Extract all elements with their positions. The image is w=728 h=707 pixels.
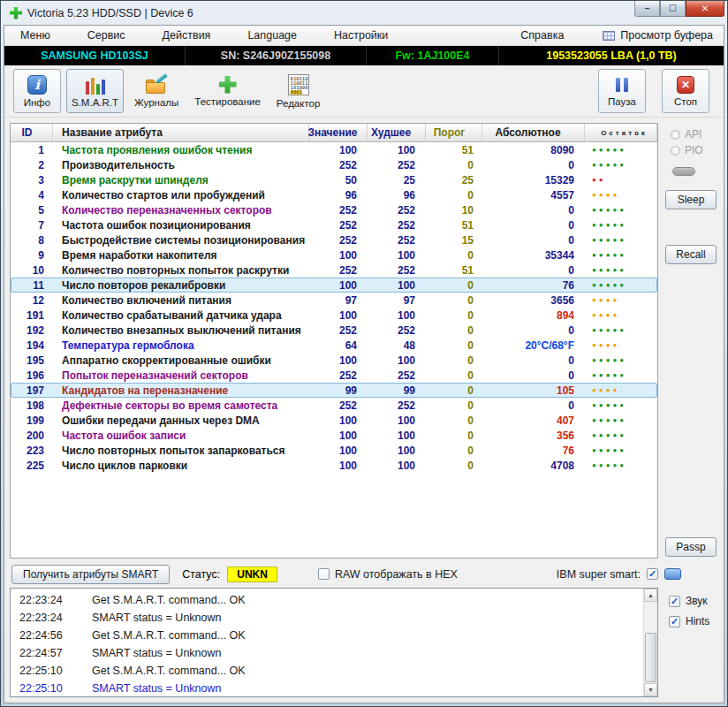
attr-threshold: 51	[426, 219, 482, 232]
smart-row-196[interactable]: 196Попыток переназначений секторов252252…	[11, 368, 657, 383]
attr-threshold: 15	[426, 234, 482, 247]
attr-worst: 96	[368, 189, 426, 201]
smart-row-197[interactable]: 197Кандидатов на переназначение99990105●…	[11, 383, 657, 398]
attr-id: 192	[11, 324, 53, 337]
log-entry-text: Get S.M.A.R.T. command... OK	[92, 594, 246, 606]
attr-worst: 100	[368, 144, 426, 156]
raw-hex-checkbox[interactable]	[318, 568, 330, 580]
smart-row-199[interactable]: 199Ошибки передачи данных через DMA10010…	[11, 413, 657, 428]
recall-button[interactable]: Recall	[665, 245, 717, 264]
smart-row-7[interactable]: 7Частота ошибок позиционирования25225251…	[11, 217, 657, 232]
attr-threshold: 51	[426, 144, 482, 156]
smart-row-8[interactable]: 8Быстродействие системы позиционирования…	[11, 232, 657, 247]
attr-name: Количество повторных попыток раскрутки	[53, 264, 309, 277]
attr-worst: 252	[368, 264, 426, 277]
attr-threshold: 0	[426, 369, 482, 382]
log-entry: 22:24:57SMART status = Unknown	[19, 644, 657, 662]
column-header-1[interactable]: Название атрибута	[53, 124, 309, 141]
attr-name: Попыток переназначений секторов	[53, 369, 309, 382]
attr-name: Частота ошибок записи	[53, 430, 309, 442]
app-body: МенюСервисДействияLanguageНастройкиСправ…	[4, 25, 724, 703]
column-header-3[interactable]: Худшее	[368, 124, 426, 141]
column-header-2[interactable]: Значение	[309, 124, 368, 141]
scroll-up-icon[interactable]	[644, 589, 657, 602]
log-entry-time: 22:25:10	[19, 665, 72, 677]
smart-icon	[84, 75, 107, 95]
smart-row-223[interactable]: 223Число повторных попыток запарковаться…	[11, 443, 657, 458]
scrollbar-thumb[interactable]	[645, 633, 656, 682]
log-scrollbar[interactable]	[643, 589, 657, 696]
pause-button[interactable]: Пауза	[598, 69, 646, 113]
smart-row-12[interactable]: 12Количество включений питания979703656●…	[11, 293, 657, 308]
menu-item-settings[interactable]: Настройки	[325, 27, 397, 43]
smart-row-225[interactable]: 225Число циклов парковки10010004708●●●●●	[11, 458, 657, 473]
menu-item-help[interactable]: Справка	[512, 27, 573, 43]
health-dots: ●●●●●	[585, 461, 657, 469]
log-entry: 22:23:24SMART status = Unknown	[19, 609, 657, 627]
passp-button[interactable]: Passp	[665, 537, 717, 557]
title-bar[interactable]: Victoria 5.23 HDD/SSD | Device 6	[4, 1, 724, 25]
column-header-4[interactable]: Порог	[426, 124, 482, 141]
smart-row-192[interactable]: 192Количество внезапных выключений питан…	[11, 323, 657, 338]
toolbar-button-editor[interactable]: 0101101100111010000001Редактор	[271, 69, 326, 113]
smart-row-191[interactable]: 191Количество срабатываний датчика удара…	[11, 308, 657, 323]
smart-row-9[interactable]: 9Время наработки накопителя100100035344●…	[11, 247, 657, 262]
smart-row-194[interactable]: 194Температура гермоблока6448020°C/68°F●…	[11, 338, 657, 353]
maximize-button[interactable]	[660, 1, 686, 17]
attr-name: Частота проявления ошибок чтения	[53, 144, 309, 156]
sound-checkbox-row[interactable]: Звук	[669, 595, 718, 607]
app-icon	[10, 7, 22, 19]
menu-item-service[interactable]: Сервис	[79, 27, 134, 43]
hints-checkbox[interactable]	[669, 616, 680, 627]
attr-id: 11	[11, 279, 53, 292]
smart-row-10[interactable]: 10Количество повторных попыток раскрутки…	[11, 262, 657, 277]
menu-item-actions[interactable]: Действия	[154, 27, 220, 43]
smart-row-5[interactable]: 5Количество переназначенных секторов2522…	[11, 202, 657, 217]
menu-item-menu[interactable]: Меню	[11, 27, 59, 43]
pause-label: Пауза	[608, 96, 636, 107]
log-entry-text: Get S.M.A.R.T. command... OK	[92, 629, 246, 642]
sleep-button[interactable]: Sleep	[665, 190, 717, 209]
smart-row-200[interactable]: 200Частота ошибок записи1001000356●●●●●	[11, 428, 657, 443]
toolbar-button-label: Редактор	[277, 98, 321, 109]
toolbar-button-testing[interactable]: Тестирование	[189, 69, 266, 113]
log-entry-text: SMART status = Unknown	[92, 612, 221, 624]
smart-row-1[interactable]: 1Частота проявления ошибок чтения1001005…	[11, 142, 657, 157]
toolbar-button-smart[interactable]: S.M.A.R.T	[66, 69, 124, 113]
health-dots: ●●●●●	[585, 371, 657, 379]
column-header-6[interactable]: Остаток	[585, 124, 657, 141]
smart-row-4[interactable]: 4Количество стартов или пробуждений96960…	[11, 187, 657, 202]
toolbar-button-journals[interactable]: Журналы	[129, 69, 184, 113]
hints-checkbox-row[interactable]: Hints	[669, 615, 718, 627]
attr-worst: 100	[368, 354, 426, 367]
smart-row-2[interactable]: 2Производительность25225200●●●●●	[11, 157, 657, 172]
health-dots: ●●●●●	[585, 326, 657, 334]
log-entry-text: SMART status = Unknown	[92, 682, 221, 695]
toolbar-button-info[interactable]: Инфо	[13, 69, 61, 113]
menu-item-language[interactable]: Language	[239, 27, 306, 43]
smart-row-195[interactable]: 195Аппаратно скорректированные ошибки100…	[11, 353, 657, 368]
attr-value: 96	[309, 189, 368, 201]
column-header-0[interactable]: ID	[11, 124, 53, 141]
attr-id: 200	[11, 430, 53, 442]
toolbar-button-label: Журналы	[134, 97, 178, 108]
smart-table-header: IDНазвание атрибутаЗначениеХудшееПорогАб…	[11, 124, 657, 142]
minimize-button[interactable]	[634, 1, 660, 17]
toolbar-button-label: Тестирование	[194, 96, 261, 107]
buffer-view-button[interactable]: Просмотр буфера	[599, 27, 717, 43]
smart-row-11[interactable]: 11Число повторов рекалибровки100100076●●…	[11, 277, 657, 293]
log-entry: 22:24:56Get S.M.A.R.T. command... OK	[19, 627, 657, 644]
smart-row-3[interactable]: 3Время раскрутки шпинделя50252515329●●	[11, 172, 657, 187]
scroll-down-icon[interactable]	[644, 683, 657, 696]
get-smart-button[interactable]: Получить атрибуты SMART	[11, 565, 170, 584]
column-header-5[interactable]: Абсолютное	[482, 124, 585, 141]
attr-value: 252	[309, 159, 368, 171]
smart-row-198[interactable]: 198Дефектные секторы во время самотеста2…	[11, 398, 657, 413]
stop-button[interactable]: Стоп	[662, 69, 709, 113]
attr-worst: 252	[368, 159, 426, 171]
close-button[interactable]	[686, 1, 724, 17]
attr-threshold: 0	[426, 294, 482, 307]
ibm-smart-checkbox[interactable]	[647, 568, 658, 580]
sound-checkbox[interactable]	[669, 596, 680, 607]
health-dots: ●●●●●	[585, 416, 657, 424]
